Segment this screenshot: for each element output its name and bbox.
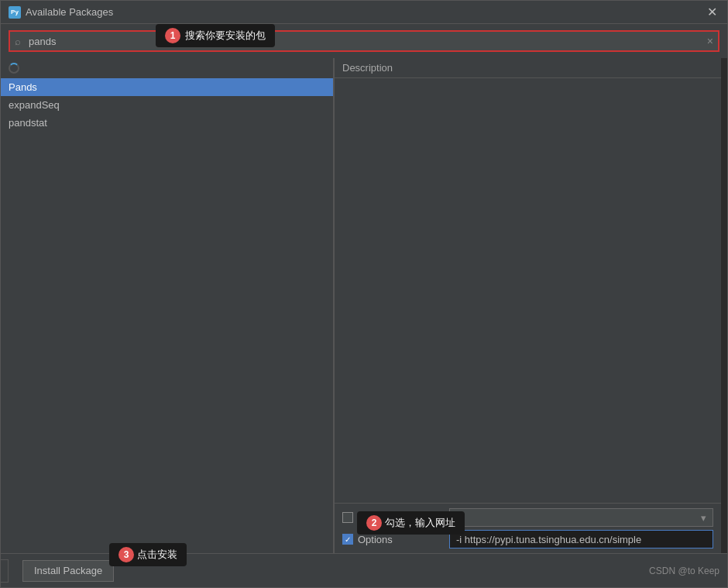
available-packages-dialog: Py Available Packages ✕ ⌕ × 1 搜索你要安装的包 P…	[0, 0, 728, 588]
specify-version-checkbox[interactable]	[342, 512, 353, 523]
annotation-search: 1 搜索你要安装的包	[156, 24, 275, 47]
options-label: Options	[358, 534, 443, 545]
dialog-title: Available Packages	[26, 6, 113, 18]
content-area: Pands expandSeq pandstat Description	[1, 58, 727, 553]
side-tab-indicator	[1, 559, 9, 583]
attribution-text: CSDN @to Keep	[649, 566, 719, 576]
package-item-pandstat[interactable]: pandstat	[1, 114, 333, 132]
package-item-expandseq[interactable]: expandSeq	[1, 96, 333, 114]
options-checkbox[interactable]: ✓	[342, 534, 353, 545]
loading-spinner	[9, 63, 19, 74]
install-package-button[interactable]: Install Package	[22, 560, 114, 582]
search-area: ⌕ ×	[1, 24, 727, 58]
app-icon: Py	[9, 6, 21, 19]
description-header: Description	[335, 58, 721, 78]
version-dropdown[interactable]: ▾	[449, 508, 713, 527]
description-content	[335, 78, 721, 503]
spinner-area	[1, 58, 333, 78]
check-icon: ✓	[345, 535, 351, 544]
options-input[interactable]	[449, 530, 713, 548]
right-panel: Description Specify version ▾	[335, 58, 721, 553]
left-panel: Pands expandSeq pandstat	[1, 58, 334, 553]
badge-1: 1	[165, 28, 180, 43]
annotation-install: 3 点击安装	[109, 543, 187, 566]
close-button[interactable]: ✕	[704, 5, 719, 20]
badge-2: 2	[366, 515, 382, 531]
search-input[interactable]	[9, 30, 719, 52]
annotation-options: 2 勾选，输入网址	[357, 511, 465, 535]
package-list[interactable]: Pands expandSeq pandstat	[1, 78, 333, 553]
title-bar: Py Available Packages ✕	[1, 1, 727, 24]
package-item-pands[interactable]: Pands	[1, 78, 333, 96]
badge-3: 3	[118, 547, 134, 562]
chevron-down-icon: ▾	[701, 512, 706, 524]
scrollbar[interactable]	[721, 58, 727, 553]
search-clear-button[interactable]: ×	[707, 35, 713, 47]
search-icon: ⌕	[15, 36, 21, 47]
